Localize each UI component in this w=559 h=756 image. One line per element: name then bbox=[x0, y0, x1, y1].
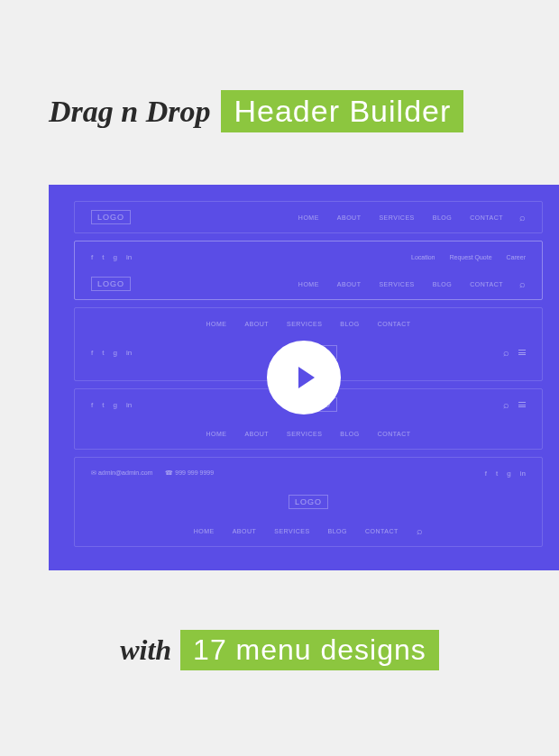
facebook-icon: f bbox=[91, 253, 93, 261]
social-icons: ftgin bbox=[485, 469, 526, 478]
subtitle-with: with bbox=[120, 633, 171, 667]
menu: HOME ABOUT SERVICES BLOG CONTACT bbox=[298, 281, 503, 287]
facebook-icon: f bbox=[91, 401, 93, 409]
facebook-icon: f bbox=[485, 469, 487, 478]
social-icons: ftgin bbox=[91, 401, 132, 409]
facebook-icon: f bbox=[91, 349, 93, 357]
menu: HOME ABOUT SERVICES BLOG CONTACT bbox=[298, 214, 503, 221]
main-title: Drag n Drop Header Builder bbox=[0, 0, 559, 132]
contact-info: ✉ admin@admin.com ☎ 999 999 9999 bbox=[91, 469, 214, 477]
hamburger-icon bbox=[518, 350, 526, 355]
search-icon bbox=[503, 399, 509, 410]
twitter-icon: t bbox=[102, 401, 104, 409]
search-icon bbox=[503, 347, 509, 358]
menu: HOME ABOUT SERVICES BLOG CONTACT bbox=[206, 431, 410, 437]
header-mock-1: LOGO HOME ABOUT SERVICES BLOG CONTACT bbox=[74, 201, 543, 233]
twitter-icon: t bbox=[102, 349, 104, 357]
twitter-icon: t bbox=[496, 469, 498, 478]
social-icons: ftgin bbox=[91, 349, 132, 357]
linkedin-icon: in bbox=[520, 469, 526, 478]
linkedin-icon: in bbox=[126, 349, 132, 357]
google-icon: g bbox=[113, 401, 116, 409]
google-icon: g bbox=[113, 253, 116, 261]
google-icon: g bbox=[507, 469, 510, 478]
header-mock-2: f t g in Location Request Quote Career L… bbox=[74, 241, 543, 300]
linkedin-icon: in bbox=[126, 401, 132, 409]
twitter-icon: t bbox=[102, 253, 104, 261]
menu: HOME ABOUT SERVICES BLOG CONTACT bbox=[206, 321, 410, 327]
search-icon bbox=[417, 525, 424, 536]
header-mock-5: ✉ admin@admin.com ☎ 999 999 9999 ftgin L… bbox=[74, 457, 543, 547]
logo: LOGO bbox=[91, 277, 131, 291]
logo: LOGO bbox=[91, 210, 131, 224]
subtitle: with 17 menu designs bbox=[0, 630, 559, 670]
search-icon bbox=[519, 212, 526, 223]
play-button[interactable] bbox=[267, 341, 341, 414]
title-dragndrop: Drag n Drop bbox=[49, 95, 210, 129]
logo: LOGO bbox=[289, 495, 328, 509]
linkedin-icon: in bbox=[126, 253, 132, 261]
title-header-builder: Header Builder bbox=[221, 90, 463, 132]
search-icon bbox=[519, 278, 526, 289]
subtitle-designs: 17 menu designs bbox=[180, 630, 439, 670]
video-preview[interactable]: LOGO HOME ABOUT SERVICES BLOG CONTACT f … bbox=[49, 185, 559, 570]
menu: HOME ABOUT SERVICES BLOG CONTACT bbox=[194, 525, 424, 536]
social-icons: f t g in bbox=[91, 253, 132, 261]
hamburger-icon bbox=[518, 402, 526, 407]
google-icon: g bbox=[113, 349, 116, 357]
top-links: Location Request Quote Career bbox=[411, 254, 526, 260]
